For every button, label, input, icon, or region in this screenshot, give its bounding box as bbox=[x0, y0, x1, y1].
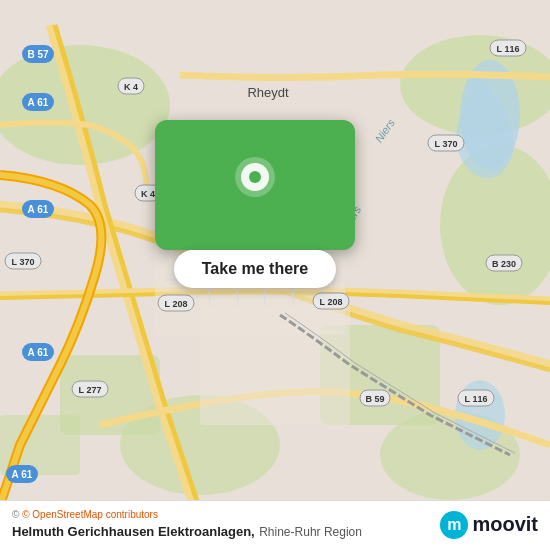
svg-text:L 370: L 370 bbox=[12, 257, 35, 267]
osm-link[interactable]: © OpenStreetMap contributors bbox=[22, 509, 158, 520]
svg-text:B 57: B 57 bbox=[27, 49, 49, 60]
svg-text:L 277: L 277 bbox=[79, 385, 102, 395]
svg-text:L 208: L 208 bbox=[165, 299, 188, 309]
svg-text:A 61: A 61 bbox=[28, 347, 49, 358]
svg-text:L 116: L 116 bbox=[497, 44, 520, 54]
svg-text:L 370: L 370 bbox=[435, 139, 458, 149]
map-container: A 61 A 61 A 61 A 61 B 57 K 4 K 4 L 370 L… bbox=[0, 0, 550, 550]
bottom-bar: © © OpenStreetMap contributors Helmuth G… bbox=[0, 500, 550, 550]
svg-text:K 4: K 4 bbox=[124, 82, 138, 92]
svg-text:L 116: L 116 bbox=[465, 394, 488, 404]
map-attribution: © © OpenStreetMap contributors bbox=[12, 509, 362, 520]
svg-text:B 230: B 230 bbox=[492, 259, 516, 269]
svg-text:L 208: L 208 bbox=[320, 297, 343, 307]
bottom-info: © © OpenStreetMap contributors Helmuth G… bbox=[12, 509, 362, 540]
svg-text:B 59: B 59 bbox=[365, 394, 384, 404]
take-me-there-button[interactable]: Take me there bbox=[174, 250, 336, 288]
moovit-logo: m moovit bbox=[440, 511, 538, 539]
place-region: Rhine-Ruhr Region bbox=[259, 525, 362, 539]
popup-overlay: Take me there bbox=[145, 120, 365, 288]
moovit-wordmark: moovit bbox=[472, 513, 538, 536]
svg-text:A 61: A 61 bbox=[28, 97, 49, 108]
svg-text:A 61: A 61 bbox=[12, 469, 33, 480]
popup-card bbox=[155, 120, 355, 250]
svg-text:Rheydt: Rheydt bbox=[247, 85, 289, 100]
svg-text:A 61: A 61 bbox=[28, 204, 49, 215]
svg-rect-12 bbox=[200, 305, 350, 425]
svg-point-60 bbox=[249, 171, 261, 183]
place-name-region: Helmuth Gerichhausen Elektroanlagen, Rhi… bbox=[12, 522, 362, 540]
place-name: Helmuth Gerichhausen Elektroanlagen, bbox=[12, 524, 255, 539]
moovit-m-badge: m bbox=[440, 511, 468, 539]
location-pin-icon bbox=[230, 155, 280, 215]
